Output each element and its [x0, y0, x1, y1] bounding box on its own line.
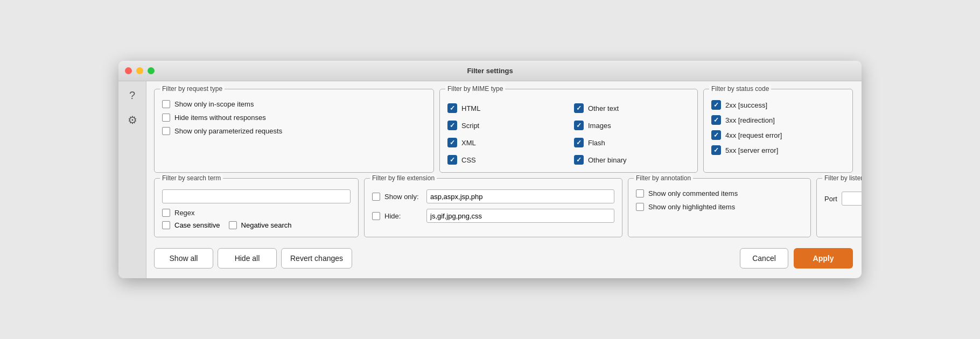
window-title: Filter settings: [467, 67, 513, 75]
bottom-bar: Show all Hide all Revert changes Cancel …: [154, 243, 853, 271]
xml-row: XML: [447, 138, 563, 147]
sidebar: ? ⚙: [118, 81, 146, 278]
show-all-button[interactable]: Show all: [154, 248, 213, 269]
show-only-row: Show only:: [372, 189, 614, 203]
revert-changes-button[interactable]: Revert changes: [281, 248, 352, 269]
filter-settings-window: Filter settings ? ⚙ Filter by request ty…: [118, 61, 862, 278]
script-row: Script: [447, 121, 563, 130]
show-only-checkbox[interactable]: [372, 193, 380, 201]
bottom-left-buttons: Show all Hide all Revert changes: [154, 248, 352, 269]
5xx-row: 5xx [server error]: [711, 145, 845, 155]
mime-grid: HTML Other text Script Images: [447, 98, 690, 165]
images-label: Images: [588, 122, 611, 130]
other-text-label: Other text: [588, 104, 619, 112]
negative-search-checkbox[interactable]: [229, 221, 237, 229]
no-response-checkbox[interactable]: [162, 114, 170, 122]
close-button[interactable]: [125, 67, 132, 74]
images-checkbox[interactable]: [574, 121, 584, 130]
3xx-label: 3xx [redirection]: [725, 116, 775, 124]
html-checkbox[interactable]: [447, 103, 457, 113]
5xx-label: 5xx [server error]: [725, 146, 778, 154]
filter-mime-title: Filter by MIME type: [445, 85, 505, 93]
regex-checkbox[interactable]: [162, 209, 170, 217]
in-scope-label: Show only in-scope items: [174, 100, 254, 108]
show-only-label: Show only:: [384, 193, 422, 201]
highlighted-label: Show only highlighted items: [648, 203, 735, 211]
commented-label: Show only commented items: [648, 189, 738, 197]
4xx-checkbox[interactable]: [711, 130, 721, 140]
other-text-checkbox[interactable]: [574, 103, 584, 113]
case-sensitive-group: Case sensitive: [162, 221, 220, 229]
2xx-row: 2xx [success]: [711, 100, 845, 110]
hide-row: Hide:: [372, 209, 614, 223]
filter-request-type-panel: Filter by request type Show only in-scop…: [154, 89, 434, 173]
4xx-label: 4xx [request error]: [725, 131, 782, 139]
flash-checkbox[interactable]: [574, 138, 584, 147]
filter-search-title: Filter by search term: [160, 174, 223, 182]
filter-request-type-title: Filter by request type: [160, 85, 225, 93]
script-checkbox[interactable]: [447, 121, 457, 130]
bottom-panels: Filter by search term Regex Case sensiti…: [154, 178, 853, 237]
parameterized-row: Show only parameterized requests: [162, 127, 426, 135]
3xx-checkbox[interactable]: [711, 115, 721, 125]
commented-checkbox[interactable]: [636, 189, 644, 197]
css-checkbox[interactable]: [447, 155, 457, 165]
help-icon[interactable]: ?: [124, 87, 141, 104]
2xx-label: 2xx [success]: [725, 101, 767, 109]
css-label: CSS: [461, 156, 476, 164]
3xx-row: 3xx [redirection]: [711, 115, 845, 125]
hide-checkbox[interactable]: [372, 212, 380, 220]
port-input[interactable]: [842, 192, 862, 206]
filter-status-title: Filter by status code: [709, 85, 771, 93]
case-sensitive-checkbox[interactable]: [162, 221, 170, 229]
parameterized-checkbox[interactable]: [162, 127, 170, 135]
highlighted-checkbox[interactable]: [636, 203, 644, 211]
2xx-checkbox[interactable]: [711, 100, 721, 110]
hide-all-button[interactable]: Hide all: [218, 248, 277, 269]
regex-label: Regex: [174, 209, 195, 217]
cancel-button[interactable]: Cancel: [740, 248, 788, 269]
commented-row: Show only commented items: [636, 189, 803, 197]
5xx-checkbox[interactable]: [711, 145, 721, 155]
case-negative-row: Case sensitive Negative search: [162, 221, 351, 229]
minimize-button[interactable]: [136, 67, 143, 74]
filter-extension-panel: Filter by file extension Show only: Hide…: [364, 178, 622, 237]
no-response-label: Hide items without responses: [174, 114, 266, 122]
in-scope-row: Show only in-scope items: [162, 100, 426, 108]
other-text-row: Other text: [574, 103, 690, 113]
no-response-row: Hide items without responses: [162, 114, 426, 122]
port-label: Port: [824, 195, 837, 203]
case-sensitive-label: Case sensitive: [174, 221, 220, 229]
filter-mime-panel: Filter by MIME type HTML Other text S: [439, 89, 698, 173]
xml-checkbox[interactable]: [447, 138, 457, 147]
filter-annotation-panel: Filter by annotation Show only commented…: [628, 178, 811, 237]
script-label: Script: [461, 122, 479, 130]
content-area: ? ⚙ Filter by request type Show only in-…: [118, 81, 862, 278]
filter-annotation-title: Filter by annotation: [634, 174, 693, 182]
maximize-button[interactable]: [148, 67, 155, 74]
other-binary-row: Other binary: [574, 155, 690, 165]
images-row: Images: [574, 121, 690, 130]
hide-input[interactable]: [426, 209, 614, 223]
html-row: HTML: [447, 103, 563, 113]
show-only-input[interactable]: [426, 189, 614, 203]
hide-label: Hide:: [384, 212, 422, 220]
search-input[interactable]: [162, 189, 351, 203]
settings-icon[interactable]: ⚙: [124, 111, 141, 129]
port-row: Port: [824, 192, 862, 206]
other-binary-checkbox[interactable]: [574, 155, 584, 165]
4xx-row: 4xx [request error]: [711, 130, 845, 140]
flash-row: Flash: [574, 138, 690, 147]
in-scope-checkbox[interactable]: [162, 100, 170, 108]
html-label: HTML: [461, 104, 480, 112]
bottom-right-buttons: Cancel Apply: [740, 248, 853, 269]
apply-button[interactable]: Apply: [794, 248, 853, 269]
filter-listener-panel: Filter by listener Port: [816, 178, 862, 237]
xml-label: XML: [461, 139, 476, 147]
filter-search-panel: Filter by search term Regex Case sensiti…: [154, 178, 359, 237]
regex-row: Regex: [162, 209, 351, 217]
negative-search-group: Negative search: [229, 221, 292, 229]
filter-status-panel: Filter by status code 2xx [success] 3xx …: [703, 89, 853, 173]
css-row: CSS: [447, 155, 563, 165]
filter-extension-title: Filter by file extension: [370, 174, 437, 182]
